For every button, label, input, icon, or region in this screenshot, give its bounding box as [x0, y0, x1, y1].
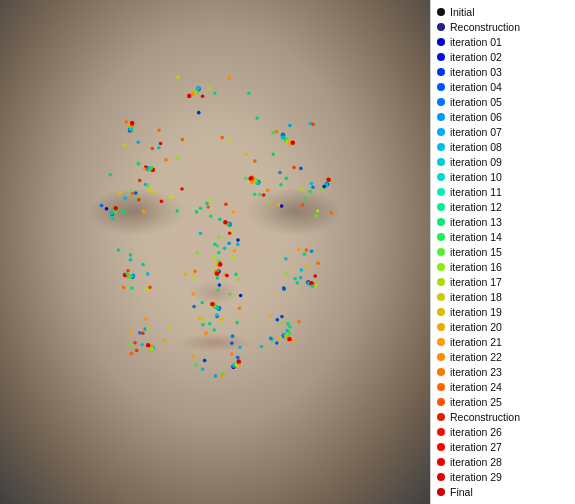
- legend-color-dot: [437, 353, 445, 361]
- legend-label-text: iteration 04: [450, 81, 502, 93]
- legend-label-text: iteration 15: [450, 246, 502, 258]
- legend-color-dot: [437, 488, 445, 496]
- legend-color-dot: [437, 278, 445, 286]
- legend-color-dot: [437, 248, 445, 256]
- legend-item: iteration 01: [431, 34, 575, 49]
- legend-item: iteration 20: [431, 319, 575, 334]
- legend-label-text: Reconstruction: [450, 411, 520, 423]
- legend-item: iteration 28: [431, 454, 575, 469]
- legend-label-text: iteration 20: [450, 321, 502, 333]
- legend-item: iteration 14: [431, 229, 575, 244]
- legend-label-text: iteration 01: [450, 36, 502, 48]
- legend-label-text: iteration 28: [450, 456, 502, 468]
- legend-item: iteration 22: [431, 349, 575, 364]
- legend-color-dot: [437, 383, 445, 391]
- legend-label-text: iteration 09: [450, 156, 502, 168]
- legend-label-text: iteration 08: [450, 141, 502, 153]
- legend-label-text: iteration 10: [450, 171, 502, 183]
- legend-item: iteration 08: [431, 139, 575, 154]
- legend-label-text: iteration 11: [450, 186, 502, 198]
- legend-item: iteration 17: [431, 274, 575, 289]
- legend-label-text: Initial: [450, 6, 475, 18]
- legend-color-dot: [437, 473, 445, 481]
- legend-item: iteration 10: [431, 169, 575, 184]
- legend-item: iteration 26: [431, 424, 575, 439]
- legend-color-dot: [437, 203, 445, 211]
- legend-color-dot: [437, 98, 445, 106]
- legend-item: Reconstruction: [431, 409, 575, 424]
- legend-label-text: iteration 06: [450, 111, 502, 123]
- legend-item: iteration 13: [431, 214, 575, 229]
- legend-label-text: iteration 05: [450, 96, 502, 108]
- legend-color-dot: [437, 428, 445, 436]
- legend-label-text: iteration 25: [450, 396, 502, 408]
- legend-color-dot: [437, 293, 445, 301]
- legend-panel: InitialReconstructioniteration 01iterati…: [430, 0, 575, 504]
- legend-color-dot: [437, 443, 445, 451]
- legend-color-dot: [437, 173, 445, 181]
- legend-color-dot: [437, 398, 445, 406]
- legend-color-dot: [437, 188, 445, 196]
- main-container: InitialReconstructioniteration 01iterati…: [0, 0, 575, 504]
- legend-item: iteration 12: [431, 199, 575, 214]
- legend-label-text: iteration 21: [450, 336, 502, 348]
- legend-item: Initial: [431, 4, 575, 19]
- legend-item: iteration 04: [431, 79, 575, 94]
- legend-item: iteration 27: [431, 439, 575, 454]
- legend-item: Final: [431, 484, 575, 499]
- legend-color-dot: [437, 218, 445, 226]
- legend-label-text: iteration 12: [450, 201, 502, 213]
- legend-color-dot: [437, 458, 445, 466]
- legend-label-text: Final: [450, 486, 473, 498]
- legend-item: iteration 15: [431, 244, 575, 259]
- legend-label-text: iteration 17: [450, 276, 502, 288]
- legend-color-dot: [437, 143, 445, 151]
- legend-label-text: iteration 16: [450, 261, 502, 273]
- legend-color-dot: [437, 128, 445, 136]
- dots-canvas: [0, 0, 430, 504]
- legend-color-dot: [437, 113, 445, 121]
- legend-label-text: iteration 26: [450, 426, 502, 438]
- legend-item: iteration 09: [431, 154, 575, 169]
- legend-color-dot: [437, 53, 445, 61]
- legend-label-text: iteration 03: [450, 66, 502, 78]
- legend-item: iteration 25: [431, 394, 575, 409]
- legend-color-dot: [437, 323, 445, 331]
- legend-item: iteration 16: [431, 259, 575, 274]
- legend-item: iteration 24: [431, 379, 575, 394]
- legend-label-text: iteration 18: [450, 291, 502, 303]
- legend-label-text: iteration 19: [450, 306, 502, 318]
- legend-color-dot: [437, 83, 445, 91]
- legend-color-dot: [437, 338, 445, 346]
- legend-color-dot: [437, 23, 445, 31]
- legend-label-text: iteration 23: [450, 366, 502, 378]
- legend-item: iteration 03: [431, 64, 575, 79]
- legend-color-dot: [437, 263, 445, 271]
- legend-item: iteration 29: [431, 469, 575, 484]
- legend-label-text: iteration 13: [450, 216, 502, 228]
- legend-color-dot: [437, 368, 445, 376]
- legend-item: iteration 18: [431, 289, 575, 304]
- legend-color-dot: [437, 68, 445, 76]
- legend-label-text: iteration 22: [450, 351, 502, 363]
- legend-color-dot: [437, 413, 445, 421]
- legend-label-text: Reconstruction: [450, 21, 520, 33]
- legend-item: iteration 05: [431, 94, 575, 109]
- legend-item: iteration 06: [431, 109, 575, 124]
- image-panel: [0, 0, 430, 504]
- legend-label-text: iteration 02: [450, 51, 502, 63]
- legend-label-text: iteration 07: [450, 126, 502, 138]
- legend-label-text: iteration 29: [450, 471, 502, 483]
- legend-item: iteration 23: [431, 364, 575, 379]
- legend-color-dot: [437, 233, 445, 241]
- legend-item: iteration 21: [431, 334, 575, 349]
- legend-label-text: iteration 14: [450, 231, 502, 243]
- legend-color-dot: [437, 8, 445, 16]
- legend-label-text: iteration 24: [450, 381, 502, 393]
- legend-color-dot: [437, 38, 445, 46]
- legend-item: iteration 11: [431, 184, 575, 199]
- legend-item: iteration 07: [431, 124, 575, 139]
- legend-color-dot: [437, 158, 445, 166]
- legend-label-text: iteration 27: [450, 441, 502, 453]
- legend-item: Reconstruction: [431, 19, 575, 34]
